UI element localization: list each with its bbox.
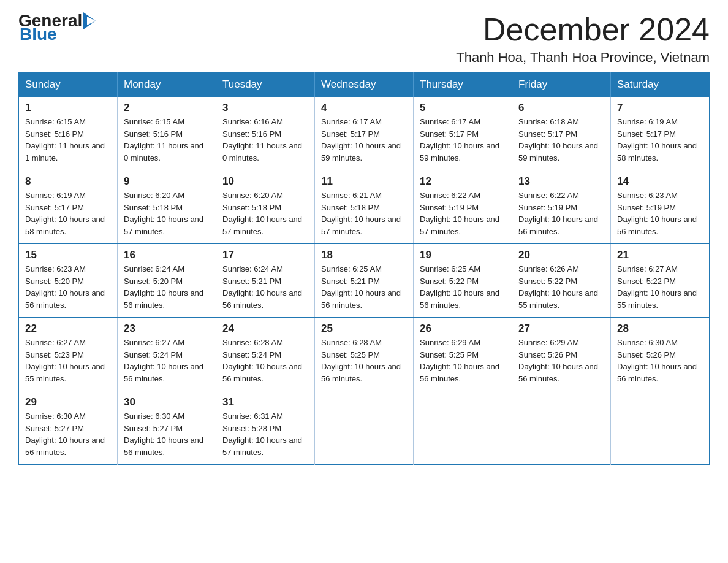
day-number: 31 xyxy=(222,396,308,408)
calendar-cell: 21Sunrise: 6:27 AMSunset: 5:22 PMDayligh… xyxy=(611,244,710,318)
calendar-cell: 23Sunrise: 6:27 AMSunset: 5:24 PMDayligh… xyxy=(118,318,216,391)
day-number: 12 xyxy=(420,175,506,188)
calendar-cell: 8Sunrise: 6:19 AMSunset: 5:17 PMDaylight… xyxy=(19,170,118,244)
day-info: Sunrise: 6:17 AMSunset: 5:17 PMDaylight:… xyxy=(321,116,407,164)
calendar-cell: 1Sunrise: 6:15 AMSunset: 5:16 PMDaylight… xyxy=(19,97,118,170)
calendar-cell: 18Sunrise: 6:25 AMSunset: 5:21 PMDayligh… xyxy=(315,244,414,318)
calendar-cell: 20Sunrise: 6:26 AMSunset: 5:22 PMDayligh… xyxy=(512,244,611,318)
header: General Blue December 2024 Thanh Hoa, Th… xyxy=(18,12,710,66)
day-info: Sunrise: 6:23 AMSunset: 5:20 PMDaylight:… xyxy=(25,263,111,311)
weekday-header-monday: Monday xyxy=(118,72,216,98)
day-number: 10 xyxy=(222,175,308,188)
day-info: Sunrise: 6:15 AMSunset: 5:16 PMDaylight:… xyxy=(25,116,111,164)
calendar-cell xyxy=(512,391,611,465)
calendar-cell xyxy=(414,391,512,465)
calendar-week-row: 22Sunrise: 6:27 AMSunset: 5:23 PMDayligh… xyxy=(19,318,710,391)
day-number: 4 xyxy=(321,102,407,114)
weekday-header-friday: Friday xyxy=(512,72,611,98)
day-number: 28 xyxy=(617,323,703,335)
calendar-week-row: 1Sunrise: 6:15 AMSunset: 5:16 PMDaylight… xyxy=(19,97,710,170)
day-number: 9 xyxy=(124,175,210,188)
day-number: 16 xyxy=(124,249,210,261)
day-info: Sunrise: 6:22 AMSunset: 5:19 PMDaylight:… xyxy=(420,190,506,237)
day-info: Sunrise: 6:19 AMSunset: 5:17 PMDaylight:… xyxy=(617,116,703,164)
calendar-cell: 2Sunrise: 6:15 AMSunset: 5:16 PMDaylight… xyxy=(118,97,216,170)
calendar-cell: 7Sunrise: 6:19 AMSunset: 5:17 PMDaylight… xyxy=(611,97,710,170)
day-number: 21 xyxy=(617,249,703,261)
day-info: Sunrise: 6:30 AMSunset: 5:27 PMDaylight:… xyxy=(25,410,111,458)
day-info: Sunrise: 6:24 AMSunset: 5:20 PMDaylight:… xyxy=(124,263,210,311)
calendar-cell: 29Sunrise: 6:30 AMSunset: 5:27 PMDayligh… xyxy=(19,391,118,465)
day-info: Sunrise: 6:17 AMSunset: 5:17 PMDaylight:… xyxy=(420,116,506,164)
weekday-header-saturday: Saturday xyxy=(611,72,710,98)
calendar-table: SundayMondayTuesdayWednesdayThursdayFrid… xyxy=(18,72,710,465)
title-area: December 2024 Thanh Hoa, Thanh Hoa Provi… xyxy=(456,12,710,66)
day-number: 25 xyxy=(321,323,407,335)
subtitle: Thanh Hoa, Thanh Hoa Province, Vietnam xyxy=(456,50,710,66)
calendar-cell: 27Sunrise: 6:29 AMSunset: 5:26 PMDayligh… xyxy=(512,318,611,391)
day-number: 7 xyxy=(617,102,703,114)
day-number: 22 xyxy=(25,323,111,335)
day-info: Sunrise: 6:24 AMSunset: 5:21 PMDaylight:… xyxy=(222,263,308,311)
day-info: Sunrise: 6:29 AMSunset: 5:25 PMDaylight:… xyxy=(420,337,506,385)
day-info: Sunrise: 6:25 AMSunset: 5:21 PMDaylight:… xyxy=(321,263,407,311)
day-info: Sunrise: 6:30 AMSunset: 5:27 PMDaylight:… xyxy=(124,410,210,458)
day-info: Sunrise: 6:19 AMSunset: 5:17 PMDaylight:… xyxy=(25,190,111,237)
calendar-cell: 30Sunrise: 6:30 AMSunset: 5:27 PMDayligh… xyxy=(118,391,216,465)
day-number: 2 xyxy=(124,102,210,114)
calendar-cell: 22Sunrise: 6:27 AMSunset: 5:23 PMDayligh… xyxy=(19,318,118,391)
day-info: Sunrise: 6:26 AMSunset: 5:22 PMDaylight:… xyxy=(518,263,604,311)
day-number: 23 xyxy=(124,323,210,335)
day-number: 11 xyxy=(321,175,407,188)
day-number: 6 xyxy=(518,102,604,114)
day-number: 3 xyxy=(222,102,308,114)
day-info: Sunrise: 6:15 AMSunset: 5:16 PMDaylight:… xyxy=(124,116,210,164)
calendar-cell: 10Sunrise: 6:20 AMSunset: 5:18 PMDayligh… xyxy=(216,170,315,244)
calendar-cell: 12Sunrise: 6:22 AMSunset: 5:19 PMDayligh… xyxy=(414,170,512,244)
calendar-cell xyxy=(315,391,414,465)
calendar-cell: 9Sunrise: 6:20 AMSunset: 5:18 PMDaylight… xyxy=(118,170,216,244)
day-info: Sunrise: 6:20 AMSunset: 5:18 PMDaylight:… xyxy=(222,190,308,237)
day-number: 15 xyxy=(25,249,111,261)
calendar-cell: 6Sunrise: 6:18 AMSunset: 5:17 PMDaylight… xyxy=(512,97,611,170)
day-number: 14 xyxy=(617,175,703,188)
day-number: 20 xyxy=(518,249,604,261)
day-number: 19 xyxy=(420,249,506,261)
day-number: 18 xyxy=(321,249,407,261)
day-number: 24 xyxy=(222,323,308,335)
day-info: Sunrise: 6:27 AMSunset: 5:23 PMDaylight:… xyxy=(25,337,111,385)
calendar-header: SundayMondayTuesdayWednesdayThursdayFrid… xyxy=(19,72,710,98)
page-title: December 2024 xyxy=(456,12,710,47)
calendar-cell: 28Sunrise: 6:30 AMSunset: 5:26 PMDayligh… xyxy=(611,318,710,391)
day-info: Sunrise: 6:31 AMSunset: 5:28 PMDaylight:… xyxy=(222,410,308,458)
calendar-cell: 25Sunrise: 6:28 AMSunset: 5:25 PMDayligh… xyxy=(315,318,414,391)
calendar-body: 1Sunrise: 6:15 AMSunset: 5:16 PMDaylight… xyxy=(19,97,710,465)
day-info: Sunrise: 6:21 AMSunset: 5:18 PMDaylight:… xyxy=(321,190,407,237)
calendar-cell: 24Sunrise: 6:28 AMSunset: 5:24 PMDayligh… xyxy=(216,318,315,391)
calendar-week-row: 29Sunrise: 6:30 AMSunset: 5:27 PMDayligh… xyxy=(19,391,710,465)
day-number: 30 xyxy=(124,396,210,408)
calendar-cell: 17Sunrise: 6:24 AMSunset: 5:21 PMDayligh… xyxy=(216,244,315,318)
day-number: 5 xyxy=(420,102,506,114)
calendar-cell: 15Sunrise: 6:23 AMSunset: 5:20 PMDayligh… xyxy=(19,244,118,318)
calendar-cell: 16Sunrise: 6:24 AMSunset: 5:20 PMDayligh… xyxy=(118,244,216,318)
day-info: Sunrise: 6:16 AMSunset: 5:16 PMDaylight:… xyxy=(222,116,308,164)
calendar-cell: 31Sunrise: 6:31 AMSunset: 5:28 PMDayligh… xyxy=(216,391,315,465)
calendar-week-row: 8Sunrise: 6:19 AMSunset: 5:17 PMDaylight… xyxy=(19,170,710,244)
calendar-week-row: 15Sunrise: 6:23 AMSunset: 5:20 PMDayligh… xyxy=(19,244,710,318)
calendar-cell: 26Sunrise: 6:29 AMSunset: 5:25 PMDayligh… xyxy=(414,318,512,391)
calendar-cell: 19Sunrise: 6:25 AMSunset: 5:22 PMDayligh… xyxy=(414,244,512,318)
day-info: Sunrise: 6:18 AMSunset: 5:17 PMDaylight:… xyxy=(518,116,604,164)
calendar-cell: 5Sunrise: 6:17 AMSunset: 5:17 PMDaylight… xyxy=(414,97,512,170)
day-number: 13 xyxy=(518,175,604,188)
calendar-cell xyxy=(611,391,710,465)
calendar-cell: 14Sunrise: 6:23 AMSunset: 5:19 PMDayligh… xyxy=(611,170,710,244)
day-info: Sunrise: 6:22 AMSunset: 5:19 PMDaylight:… xyxy=(518,190,604,237)
day-number: 8 xyxy=(25,175,111,188)
day-info: Sunrise: 6:27 AMSunset: 5:24 PMDaylight:… xyxy=(124,337,210,385)
day-info: Sunrise: 6:27 AMSunset: 5:22 PMDaylight:… xyxy=(617,263,703,311)
day-info: Sunrise: 6:25 AMSunset: 5:22 PMDaylight:… xyxy=(420,263,506,311)
day-info: Sunrise: 6:20 AMSunset: 5:18 PMDaylight:… xyxy=(124,190,210,237)
day-number: 29 xyxy=(25,396,111,408)
day-info: Sunrise: 6:30 AMSunset: 5:26 PMDaylight:… xyxy=(617,337,703,385)
